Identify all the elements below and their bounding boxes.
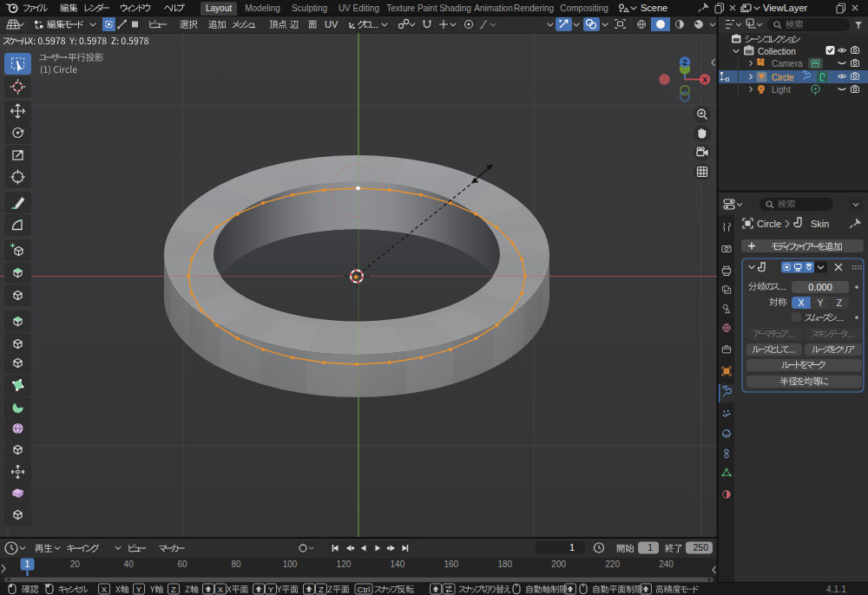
svg-text:Sculpting: Sculpting [292, 3, 327, 13]
svg-text:ViewLayer: ViewLayer [763, 3, 807, 13]
svg-text:120: 120 [337, 559, 352, 569]
svg-text:Z: Z [171, 585, 176, 594]
svg-text:Light: Light [772, 85, 791, 95]
svg-text:Animation: Animation [474, 3, 512, 13]
svg-text:1: 1 [25, 559, 30, 569]
svg-text:Shading: Shading [439, 3, 471, 13]
svg-text:80: 80 [232, 559, 242, 569]
svg-text:4.1.1: 4.1.1 [826, 584, 847, 594]
svg-text:Texture Paint: Texture Paint [386, 3, 437, 13]
svg-text:160: 160 [444, 559, 458, 569]
svg-text:X: X [102, 585, 108, 594]
svg-text:220: 220 [605, 559, 620, 569]
svg-text:Circle: Circle [757, 219, 781, 229]
svg-text:X: X [798, 298, 804, 308]
svg-text:Skin: Skin [811, 219, 829, 229]
svg-text:1: 1 [569, 542, 575, 552]
svg-text:X: X [218, 585, 224, 594]
svg-text:0.000: 0.000 [808, 282, 832, 292]
svg-text:60: 60 [178, 559, 188, 569]
svg-text:100: 100 [283, 559, 298, 569]
svg-text:UV Editing: UV Editing [339, 3, 379, 13]
svg-text:Compositing: Compositing [560, 3, 608, 13]
svg-text:Z: Z [682, 58, 687, 67]
svg-text:Y: Y [817, 298, 823, 308]
svg-text:UV: UV [325, 19, 339, 29]
svg-text:Y: Y [136, 585, 142, 594]
svg-text:40: 40 [124, 559, 135, 569]
svg-text:Z: Z [837, 298, 843, 308]
svg-text:Camera: Camera [772, 59, 803, 69]
svg-text:20: 20 [70, 559, 81, 569]
svg-text:Collection: Collection [758, 47, 796, 56]
svg-text:140: 140 [391, 559, 405, 569]
svg-text:240: 240 [659, 559, 674, 569]
svg-text:Z: Z [319, 585, 324, 594]
svg-text:Rendering: Rendering [514, 3, 554, 13]
svg-text:X: X [702, 75, 707, 84]
svg-text:180: 180 [497, 559, 512, 569]
svg-text:Modeling: Modeling [245, 3, 280, 13]
svg-text:250: 250 [693, 542, 708, 552]
svg-text:1: 1 [648, 542, 653, 552]
svg-text:Layout: Layout [206, 3, 232, 13]
svg-text:Scene: Scene [641, 3, 667, 13]
svg-text:Y: Y [268, 585, 274, 594]
svg-text:Circle: Circle [772, 73, 794, 82]
svg-text:Ctrl: Ctrl [358, 585, 371, 594]
svg-text:200: 200 [551, 559, 566, 569]
